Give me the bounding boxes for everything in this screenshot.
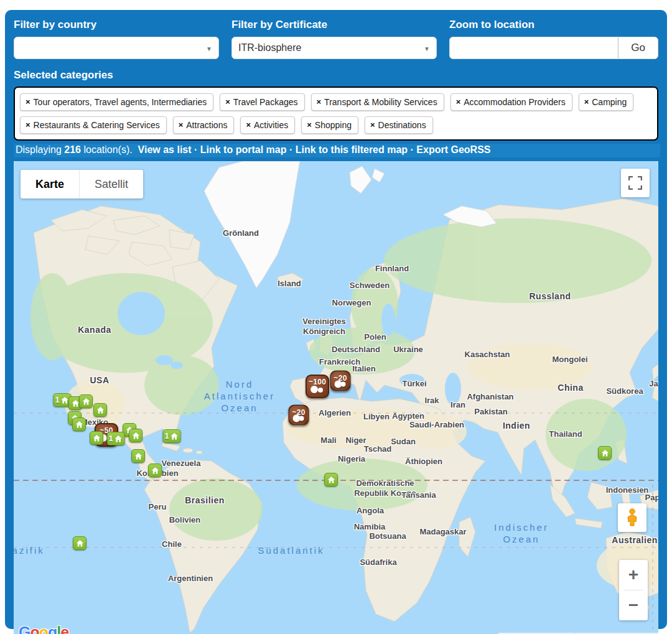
remove-chip-icon[interactable]: × xyxy=(179,120,184,129)
zoom-out-button[interactable]: − xyxy=(619,590,648,620)
country-select[interactable]: ▼ xyxy=(14,37,219,59)
category-chip-label: Camping xyxy=(592,97,627,107)
house-marker[interactable] xyxy=(324,473,338,487)
map-label: Angola xyxy=(357,506,384,516)
filter-bar: Filter by country ▼ Filter by Certificat… xyxy=(14,17,658,59)
category-chip[interactable]: ×Shopping xyxy=(301,116,358,134)
map-label: Niger xyxy=(345,436,366,445)
map-type-satellit[interactable]: Satellit xyxy=(79,170,143,198)
house-marker[interactable] xyxy=(93,403,107,417)
map-label: Venezuela xyxy=(162,459,201,469)
map-label: Nigeria xyxy=(338,454,365,464)
remove-chip-icon[interactable]: × xyxy=(307,120,312,129)
status-link[interactable]: Link to portal map xyxy=(200,144,287,155)
world-map[interactable] xyxy=(14,161,658,634)
category-chip[interactable]: ×Destinations xyxy=(365,116,433,134)
map-label: China xyxy=(558,383,583,394)
house-marker[interactable] xyxy=(129,429,142,442)
map-label: Algerien xyxy=(319,408,351,418)
category-chip[interactable]: ×Activities xyxy=(240,116,295,134)
status-prefix: Displaying xyxy=(16,144,62,155)
category-chip[interactable]: ×Restaurants & Catering Services xyxy=(20,116,167,134)
house-icon xyxy=(327,475,336,485)
house-marker[interactable]: 1 xyxy=(107,432,125,445)
category-chip-label: Travel Packages xyxy=(233,97,298,107)
house-icon xyxy=(75,539,85,548)
certificate-select[interactable]: ITR-biosphere ▼ xyxy=(231,37,437,59)
house-marker[interactable] xyxy=(72,417,86,431)
map-label: Finnland xyxy=(375,264,409,274)
house-marker[interactable]: 1 xyxy=(163,429,181,443)
map-label: Mali xyxy=(320,436,336,445)
house-marker[interactable] xyxy=(90,431,103,445)
go-button[interactable]: Go xyxy=(618,37,658,58)
map-label: Sudan xyxy=(391,437,416,447)
selected-categories-title: Selected categories xyxy=(14,69,658,82)
map-label: Australien xyxy=(612,535,657,546)
map-label: Chile xyxy=(162,539,182,549)
map-label: Pakistan xyxy=(474,407,507,417)
remove-chip-icon[interactable]: × xyxy=(26,97,30,106)
category-chip[interactable]: ×Tour operators, Travel agents, Intermed… xyxy=(20,93,213,111)
house-marker[interactable] xyxy=(73,536,86,550)
house-marker-count: 1 xyxy=(55,396,60,404)
map-canvas[interactable]: Karte Satellit + − Google Karten xyxy=(14,161,658,634)
cluster-marker[interactable]: ~20 xyxy=(289,405,309,426)
remove-chip-icon[interactable]: × xyxy=(370,120,375,129)
category-chip[interactable]: ×Attractions xyxy=(173,116,235,134)
status-link[interactable]: Link to this filtered map xyxy=(296,144,408,155)
map-label: Kanada xyxy=(78,325,111,336)
map-label: Bolivien xyxy=(169,515,201,525)
remove-chip-icon[interactable]: × xyxy=(584,97,589,106)
link-separator: · xyxy=(192,144,200,155)
status-bar: Displaying 216 location(s). View as list… xyxy=(14,144,660,157)
cluster-marker[interactable]: ~100 xyxy=(306,375,329,398)
category-chip[interactable]: ×Accommodation Providers xyxy=(450,93,572,111)
house-icon xyxy=(75,420,84,429)
house-marker[interactable] xyxy=(79,394,93,408)
category-chip[interactable]: ×Travel Packages xyxy=(220,93,304,111)
map-label: Afghanistan xyxy=(467,392,513,402)
map-label: Tschad xyxy=(364,444,392,454)
map-label: Mongolei xyxy=(552,355,587,365)
fullscreen-button[interactable] xyxy=(621,169,650,197)
filter-country-label: Filter by country xyxy=(14,19,219,31)
ocean-label: Nord Atlantischer Ozean xyxy=(204,379,275,414)
map-label: Südafrika xyxy=(360,557,396,567)
status-links: View as list · Link to portal map · Link… xyxy=(135,144,490,155)
map-label: Iran xyxy=(450,400,465,410)
map-label: USA xyxy=(90,375,109,386)
map-type-karte[interactable]: Karte xyxy=(21,170,79,198)
map-label: Brasilien xyxy=(185,495,225,506)
category-chip[interactable]: ×Transport & Mobility Services xyxy=(311,93,444,111)
zoom-to-location-input[interactable] xyxy=(450,37,618,58)
category-chip[interactable]: ×Camping xyxy=(579,93,634,111)
house-marker-count: 1 xyxy=(165,432,169,441)
house-icon xyxy=(113,434,123,444)
pegman-button[interactable] xyxy=(618,503,646,532)
house-icon xyxy=(131,431,141,441)
remove-chip-icon[interactable]: × xyxy=(225,97,230,106)
remove-chip-icon[interactable]: × xyxy=(26,120,30,129)
cluster-dot xyxy=(318,388,323,393)
house-marker[interactable] xyxy=(148,464,162,477)
remove-chip-icon[interactable]: × xyxy=(317,97,322,106)
house-marker[interactable] xyxy=(131,449,145,463)
ocean-label: Indischer Ozean xyxy=(494,522,549,546)
cluster-marker[interactable]: ~20 xyxy=(330,371,351,391)
remove-chip-icon[interactable]: × xyxy=(456,97,461,106)
google-logo[interactable]: Google xyxy=(19,623,68,634)
zoom-in-button[interactable]: + xyxy=(619,560,648,590)
map-label: Ägypten xyxy=(392,411,424,421)
house-marker[interactable] xyxy=(598,446,612,460)
map-label: Vereinigtes Königreich xyxy=(302,317,345,337)
map-label: Südkorea xyxy=(606,386,643,396)
map-label: Ukraine xyxy=(393,345,423,355)
remove-chip-icon[interactable]: × xyxy=(246,120,251,129)
location-count: 216 xyxy=(64,144,81,155)
house-icon xyxy=(600,449,610,458)
status-link[interactable]: Export GeoRSS xyxy=(416,144,490,155)
category-chip-label: Accommodation Providers xyxy=(464,97,565,107)
status-link[interactable]: View as list xyxy=(138,144,192,155)
map-filter-panel: Filter by country ▼ Filter by Certificat… xyxy=(5,10,667,629)
